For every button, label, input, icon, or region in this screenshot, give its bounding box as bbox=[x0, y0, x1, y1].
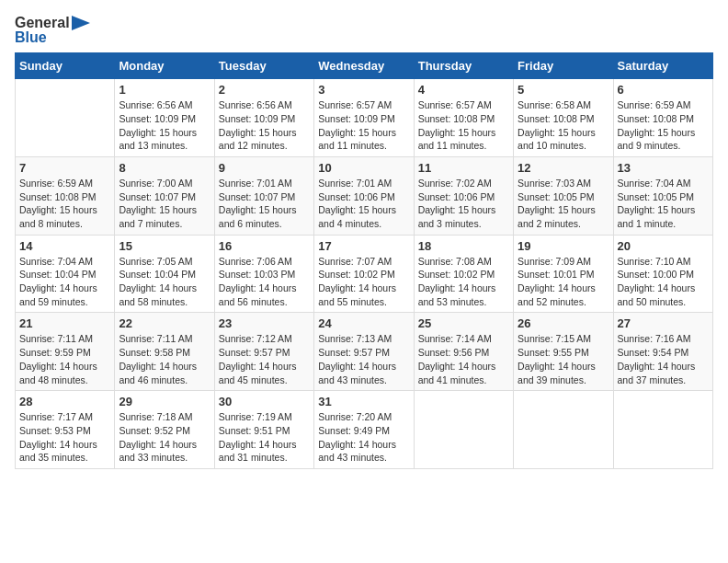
calendar-header: SundayMondayTuesdayWednesdayThursdayFrid… bbox=[16, 53, 713, 79]
calendar-day-cell: 30Sunrise: 7:19 AMSunset: 9:51 PMDayligh… bbox=[214, 391, 313, 469]
calendar-day-cell: 25Sunrise: 7:14 AMSunset: 9:56 PMDayligh… bbox=[414, 313, 513, 391]
logo-blue: Blue bbox=[15, 29, 47, 46]
day-info: Sunrise: 7:11 AMSunset: 9:59 PMDaylight:… bbox=[19, 332, 110, 386]
calendar-day-cell: 10Sunrise: 7:01 AMSunset: 10:06 PMDaylig… bbox=[314, 156, 414, 235]
day-info: Sunrise: 7:14 AMSunset: 9:56 PMDaylight:… bbox=[418, 332, 509, 386]
day-info: Sunrise: 6:59 AMSunset: 10:08 PMDaylight… bbox=[19, 177, 110, 231]
day-number: 24 bbox=[318, 316, 409, 330]
weekday-header: Sunday bbox=[16, 53, 115, 79]
day-info: Sunrise: 7:10 AMSunset: 10:00 PMDaylight… bbox=[618, 255, 709, 309]
calendar-day-cell: 21Sunrise: 7:11 AMSunset: 9:59 PMDayligh… bbox=[16, 313, 115, 391]
calendar-day-cell: 23Sunrise: 7:12 AMSunset: 9:57 PMDayligh… bbox=[214, 313, 313, 391]
day-info: Sunrise: 7:18 AMSunset: 9:52 PMDaylight:… bbox=[119, 410, 210, 465]
day-info: Sunrise: 7:00 AMSunset: 10:07 PMDaylight… bbox=[119, 177, 210, 231]
calendar-day-cell: 4Sunrise: 6:57 AMSunset: 10:08 PMDayligh… bbox=[414, 79, 513, 157]
day-info: Sunrise: 7:13 AMSunset: 9:57 PMDaylight:… bbox=[318, 332, 409, 386]
day-number: 18 bbox=[418, 239, 509, 253]
day-info: Sunrise: 7:05 AMSunset: 10:04 PMDaylight… bbox=[119, 255, 210, 309]
day-info: Sunrise: 7:17 AMSunset: 9:53 PMDaylight:… bbox=[19, 410, 110, 465]
weekday-header: Thursday bbox=[414, 53, 513, 79]
svg-marker-0 bbox=[72, 16, 90, 30]
day-number: 3 bbox=[318, 83, 409, 97]
day-number: 30 bbox=[219, 395, 310, 408]
day-number: 14 bbox=[19, 239, 110, 253]
calendar-day-cell: 13Sunrise: 7:04 AMSunset: 10:05 PMDaylig… bbox=[613, 156, 712, 235]
calendar-day-cell: 28Sunrise: 7:17 AMSunset: 9:53 PMDayligh… bbox=[16, 391, 115, 469]
day-info: Sunrise: 7:16 AMSunset: 9:54 PMDaylight:… bbox=[618, 332, 709, 386]
calendar-day-cell: 16Sunrise: 7:06 AMSunset: 10:03 PMDaylig… bbox=[214, 235, 313, 313]
day-number: 19 bbox=[518, 239, 609, 253]
calendar-day-cell: 17Sunrise: 7:07 AMSunset: 10:02 PMDaylig… bbox=[314, 235, 414, 313]
calendar-day-cell: 11Sunrise: 7:02 AMSunset: 10:06 PMDaylig… bbox=[414, 156, 513, 235]
calendar-table: SundayMondayTuesdayWednesdayThursdayFrid… bbox=[15, 52, 713, 469]
calendar-day-cell: 31Sunrise: 7:20 AMSunset: 9:49 PMDayligh… bbox=[314, 391, 414, 469]
calendar-day-cell bbox=[613, 391, 712, 469]
day-info: Sunrise: 7:04 AMSunset: 10:04 PMDaylight… bbox=[19, 255, 110, 309]
calendar-week-row: 7Sunrise: 6:59 AMSunset: 10:08 PMDayligh… bbox=[16, 156, 713, 235]
logo-arrow-icon bbox=[72, 16, 90, 30]
day-info: Sunrise: 6:57 AMSunset: 10:09 PMDaylight… bbox=[318, 98, 409, 153]
day-number: 13 bbox=[618, 161, 709, 175]
day-info: Sunrise: 7:19 AMSunset: 9:51 PMDaylight:… bbox=[219, 410, 310, 465]
day-info: Sunrise: 7:09 AMSunset: 10:01 PMDaylight… bbox=[518, 255, 609, 309]
calendar-day-cell: 7Sunrise: 6:59 AMSunset: 10:08 PMDayligh… bbox=[16, 156, 115, 235]
calendar-day-cell: 6Sunrise: 6:59 AMSunset: 10:08 PMDayligh… bbox=[613, 79, 712, 157]
calendar-week-row: 28Sunrise: 7:17 AMSunset: 9:53 PMDayligh… bbox=[16, 391, 713, 469]
day-number: 17 bbox=[318, 239, 409, 253]
day-info: Sunrise: 7:12 AMSunset: 9:57 PMDaylight:… bbox=[219, 332, 310, 386]
day-info: Sunrise: 7:02 AMSunset: 10:06 PMDaylight… bbox=[418, 177, 509, 231]
calendar-day-cell: 14Sunrise: 7:04 AMSunset: 10:04 PMDaylig… bbox=[16, 235, 115, 313]
day-number: 28 bbox=[19, 395, 110, 408]
calendar-day-cell: 5Sunrise: 6:58 AMSunset: 10:08 PMDayligh… bbox=[514, 79, 613, 157]
day-number: 8 bbox=[119, 161, 210, 175]
weekday-header: Monday bbox=[115, 53, 214, 79]
calendar-week-row: 21Sunrise: 7:11 AMSunset: 9:59 PMDayligh… bbox=[16, 313, 713, 391]
calendar-day-cell: 24Sunrise: 7:13 AMSunset: 9:57 PMDayligh… bbox=[314, 313, 414, 391]
day-number: 12 bbox=[518, 161, 609, 175]
day-number: 31 bbox=[318, 395, 409, 408]
calendar-day-cell: 20Sunrise: 7:10 AMSunset: 10:00 PMDaylig… bbox=[613, 235, 712, 313]
calendar-day-cell: 29Sunrise: 7:18 AMSunset: 9:52 PMDayligh… bbox=[115, 391, 214, 469]
weekday-header: Tuesday bbox=[214, 53, 313, 79]
calendar-day-cell: 22Sunrise: 7:11 AMSunset: 9:58 PMDayligh… bbox=[115, 313, 214, 391]
day-number: 6 bbox=[618, 83, 709, 97]
day-info: Sunrise: 6:57 AMSunset: 10:08 PMDaylight… bbox=[418, 98, 509, 153]
day-number: 10 bbox=[318, 161, 409, 175]
calendar-week-row: 14Sunrise: 7:04 AMSunset: 10:04 PMDaylig… bbox=[16, 235, 713, 313]
calendar-day-cell bbox=[16, 79, 115, 157]
day-number: 25 bbox=[418, 316, 509, 330]
day-info: Sunrise: 6:56 AMSunset: 10:09 PMDaylight… bbox=[219, 98, 310, 153]
calendar-day-cell: 1Sunrise: 6:56 AMSunset: 10:09 PMDayligh… bbox=[115, 79, 214, 157]
weekday-header: Wednesday bbox=[314, 53, 414, 79]
day-number: 27 bbox=[618, 316, 709, 330]
calendar-day-cell: 15Sunrise: 7:05 AMSunset: 10:04 PMDaylig… bbox=[115, 235, 214, 313]
calendar-day-cell: 27Sunrise: 7:16 AMSunset: 9:54 PMDayligh… bbox=[613, 313, 712, 391]
day-number: 9 bbox=[219, 161, 310, 175]
day-number: 26 bbox=[518, 316, 609, 330]
day-number: 21 bbox=[19, 316, 110, 330]
day-number: 11 bbox=[418, 161, 509, 175]
calendar-day-cell: 26Sunrise: 7:15 AMSunset: 9:55 PMDayligh… bbox=[514, 313, 613, 391]
day-info: Sunrise: 7:06 AMSunset: 10:03 PMDaylight… bbox=[219, 255, 310, 309]
day-info: Sunrise: 7:03 AMSunset: 10:05 PMDaylight… bbox=[518, 177, 609, 231]
day-number: 22 bbox=[119, 316, 210, 330]
day-number: 2 bbox=[219, 83, 310, 97]
day-info: Sunrise: 7:11 AMSunset: 9:58 PMDaylight:… bbox=[119, 332, 210, 386]
calendar-day-cell bbox=[514, 391, 613, 469]
calendar-day-cell: 12Sunrise: 7:03 AMSunset: 10:05 PMDaylig… bbox=[514, 156, 613, 235]
day-info: Sunrise: 7:07 AMSunset: 10:02 PMDaylight… bbox=[318, 255, 409, 309]
day-number: 4 bbox=[418, 83, 509, 97]
calendar-body: 1Sunrise: 6:56 AMSunset: 10:09 PMDayligh… bbox=[16, 79, 713, 469]
calendar-week-row: 1Sunrise: 6:56 AMSunset: 10:09 PMDayligh… bbox=[16, 79, 713, 157]
calendar-day-cell bbox=[414, 391, 513, 469]
day-number: 16 bbox=[219, 239, 310, 253]
weekday-header: Saturday bbox=[613, 53, 712, 79]
day-info: Sunrise: 6:58 AMSunset: 10:08 PMDaylight… bbox=[518, 98, 609, 153]
calendar-day-cell: 8Sunrise: 7:00 AMSunset: 10:07 PMDayligh… bbox=[115, 156, 214, 235]
day-number: 7 bbox=[19, 161, 110, 175]
weekday-row: SundayMondayTuesdayWednesdayThursdayFrid… bbox=[16, 53, 713, 79]
calendar-day-cell: 9Sunrise: 7:01 AMSunset: 10:07 PMDayligh… bbox=[214, 156, 313, 235]
day-info: Sunrise: 7:01 AMSunset: 10:06 PMDaylight… bbox=[318, 177, 409, 231]
day-info: Sunrise: 7:20 AMSunset: 9:49 PMDaylight:… bbox=[318, 410, 409, 465]
day-number: 5 bbox=[518, 83, 609, 97]
